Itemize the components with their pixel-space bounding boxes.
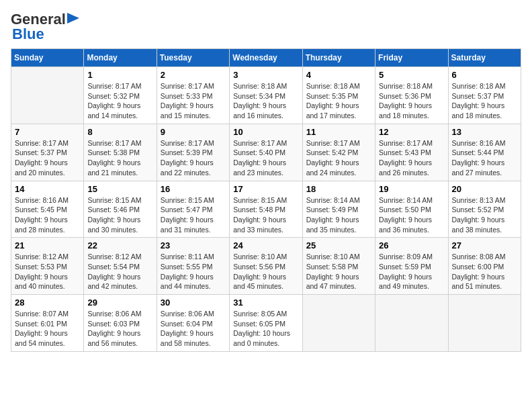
- calendar-cell: [302, 295, 375, 352]
- calendar-cell: 30Sunrise: 8:06 AM Sunset: 6:04 PM Dayli…: [157, 295, 229, 352]
- day-info: Sunrise: 8:14 AM Sunset: 5:49 PM Dayligh…: [306, 195, 371, 235]
- weekday-header-thursday: Thursday: [302, 49, 375, 67]
- day-number: 7: [15, 127, 80, 137]
- day-info: Sunrise: 8:17 AM Sunset: 5:39 PM Dayligh…: [161, 138, 226, 178]
- day-number: 26: [379, 240, 444, 250]
- day-info: Sunrise: 8:14 AM Sunset: 5:50 PM Dayligh…: [379, 195, 444, 235]
- calendar-cell: 12Sunrise: 8:17 AM Sunset: 5:43 PM Dayli…: [375, 124, 448, 181]
- calendar-cell: 5Sunrise: 8:18 AM Sunset: 5:36 PM Daylig…: [375, 67, 448, 124]
- day-info: Sunrise: 8:10 AM Sunset: 5:58 PM Dayligh…: [306, 252, 371, 291]
- day-number: 2: [161, 70, 226, 80]
- header: General Blue: [11, 11, 521, 43]
- calendar-cell: 21Sunrise: 8:12 AM Sunset: 5:53 PM Dayli…: [11, 238, 84, 295]
- day-info: Sunrise: 8:15 AM Sunset: 5:46 PM Dayligh…: [87, 195, 152, 235]
- calendar-cell: 6Sunrise: 8:18 AM Sunset: 5:37 PM Daylig…: [448, 67, 521, 124]
- weekday-header-saturday: Saturday: [448, 49, 521, 67]
- calendar-week-row: 28Sunrise: 8:07 AM Sunset: 6:01 PM Dayli…: [11, 295, 521, 352]
- day-info: Sunrise: 8:15 AM Sunset: 5:47 PM Dayligh…: [161, 195, 226, 235]
- calendar-cell: 28Sunrise: 8:07 AM Sunset: 6:01 PM Dayli…: [11, 295, 84, 352]
- weekday-header-row: SundayMondayTuesdayWednesdayThursdayFrid…: [11, 49, 521, 67]
- calendar-cell: 17Sunrise: 8:15 AM Sunset: 5:48 PM Dayli…: [230, 181, 302, 238]
- calendar-cell: 2Sunrise: 8:17 AM Sunset: 5:33 PM Daylig…: [157, 67, 229, 124]
- calendar-cell: 10Sunrise: 8:17 AM Sunset: 5:40 PM Dayli…: [230, 124, 302, 181]
- weekday-header-wednesday: Wednesday: [230, 49, 302, 67]
- calendar-cell: 20Sunrise: 8:13 AM Sunset: 5:52 PM Dayli…: [448, 181, 521, 238]
- day-info: Sunrise: 8:16 AM Sunset: 5:44 PM Dayligh…: [452, 138, 517, 178]
- logo-blue-text: Blue: [11, 26, 44, 43]
- calendar-cell: [11, 67, 84, 124]
- calendar-cell: [448, 295, 521, 352]
- day-number: 9: [161, 127, 226, 137]
- day-number: 21: [15, 240, 80, 250]
- calendar-cell: 15Sunrise: 8:15 AM Sunset: 5:46 PM Dayli…: [84, 181, 157, 238]
- day-number: 15: [87, 184, 152, 194]
- calendar-cell: 24Sunrise: 8:10 AM Sunset: 5:56 PM Dayli…: [230, 238, 302, 295]
- weekday-header-friday: Friday: [375, 49, 448, 67]
- day-number: 27: [452, 240, 517, 250]
- logo-flag-icon: [67, 13, 81, 26]
- day-info: Sunrise: 8:10 AM Sunset: 5:56 PM Dayligh…: [233, 252, 298, 291]
- calendar-cell: 3Sunrise: 8:18 AM Sunset: 5:34 PM Daylig…: [230, 67, 302, 124]
- day-info: Sunrise: 8:18 AM Sunset: 5:37 PM Dayligh…: [452, 81, 517, 121]
- day-info: Sunrise: 8:17 AM Sunset: 5:32 PM Dayligh…: [87, 81, 152, 121]
- calendar-cell: 18Sunrise: 8:14 AM Sunset: 5:49 PM Dayli…: [302, 181, 375, 238]
- day-info: Sunrise: 8:17 AM Sunset: 5:40 PM Dayligh…: [233, 138, 298, 178]
- day-number: 28: [15, 298, 80, 308]
- calendar-week-row: 7Sunrise: 8:17 AM Sunset: 5:37 PM Daylig…: [11, 124, 521, 181]
- day-number: 20: [452, 184, 517, 194]
- day-number: 13: [452, 127, 517, 137]
- day-number: 12: [379, 127, 444, 137]
- day-number: 6: [452, 70, 517, 80]
- day-number: 30: [161, 298, 226, 308]
- day-number: 1: [87, 70, 152, 80]
- weekday-header-tuesday: Tuesday: [157, 49, 229, 67]
- calendar-cell: 1Sunrise: 8:17 AM Sunset: 5:32 PM Daylig…: [84, 67, 157, 124]
- day-number: 29: [87, 298, 152, 308]
- day-info: Sunrise: 8:16 AM Sunset: 5:45 PM Dayligh…: [15, 195, 80, 235]
- day-info: Sunrise: 8:11 AM Sunset: 5:55 PM Dayligh…: [161, 252, 226, 291]
- calendar-cell: 29Sunrise: 8:06 AM Sunset: 6:03 PM Dayli…: [84, 295, 157, 352]
- calendar-cell: 8Sunrise: 8:17 AM Sunset: 5:38 PM Daylig…: [84, 124, 157, 181]
- calendar-cell: 9Sunrise: 8:17 AM Sunset: 5:39 PM Daylig…: [157, 124, 229, 181]
- calendar-cell: 19Sunrise: 8:14 AM Sunset: 5:50 PM Dayli…: [375, 181, 448, 238]
- day-info: Sunrise: 8:12 AM Sunset: 5:54 PM Dayligh…: [87, 252, 152, 291]
- day-info: Sunrise: 8:17 AM Sunset: 5:38 PM Dayligh…: [87, 138, 152, 178]
- day-info: Sunrise: 8:13 AM Sunset: 5:52 PM Dayligh…: [452, 195, 517, 235]
- svg-marker-0: [67, 13, 79, 24]
- calendar-cell: 11Sunrise: 8:17 AM Sunset: 5:42 PM Dayli…: [302, 124, 375, 181]
- calendar-cell: 7Sunrise: 8:17 AM Sunset: 5:37 PM Daylig…: [11, 124, 84, 181]
- day-number: 18: [306, 184, 371, 194]
- day-number: 10: [233, 127, 298, 137]
- day-number: 8: [87, 127, 152, 137]
- calendar-cell: 13Sunrise: 8:16 AM Sunset: 5:44 PM Dayli…: [448, 124, 521, 181]
- day-info: Sunrise: 8:07 AM Sunset: 6:01 PM Dayligh…: [15, 309, 80, 349]
- day-number: 4: [306, 70, 371, 80]
- day-number: 3: [233, 70, 298, 80]
- calendar-table: SundayMondayTuesdayWednesdayThursdayFrid…: [11, 48, 521, 352]
- calendar-cell: 23Sunrise: 8:11 AM Sunset: 5:55 PM Dayli…: [157, 238, 229, 295]
- day-info: Sunrise: 8:17 AM Sunset: 5:43 PM Dayligh…: [379, 138, 444, 178]
- day-info: Sunrise: 8:17 AM Sunset: 5:37 PM Dayligh…: [15, 138, 80, 178]
- day-number: 25: [306, 240, 371, 250]
- calendar-cell: 22Sunrise: 8:12 AM Sunset: 5:54 PM Dayli…: [84, 238, 157, 295]
- day-number: 14: [15, 184, 80, 194]
- calendar-week-row: 14Sunrise: 8:16 AM Sunset: 5:45 PM Dayli…: [11, 181, 521, 238]
- day-info: Sunrise: 8:17 AM Sunset: 5:33 PM Dayligh…: [161, 81, 226, 121]
- day-info: Sunrise: 8:12 AM Sunset: 5:53 PM Dayligh…: [15, 252, 80, 291]
- day-number: 31: [233, 298, 298, 308]
- day-info: Sunrise: 8:18 AM Sunset: 5:34 PM Dayligh…: [233, 81, 298, 121]
- calendar-cell: 14Sunrise: 8:16 AM Sunset: 5:45 PM Dayli…: [11, 181, 84, 238]
- day-number: 17: [233, 184, 298, 194]
- day-info: Sunrise: 8:09 AM Sunset: 5:59 PM Dayligh…: [379, 252, 444, 291]
- day-info: Sunrise: 8:05 AM Sunset: 6:05 PM Dayligh…: [233, 309, 298, 349]
- day-info: Sunrise: 8:15 AM Sunset: 5:48 PM Dayligh…: [233, 195, 298, 235]
- day-number: 22: [87, 240, 152, 250]
- day-info: Sunrise: 8:18 AM Sunset: 5:36 PM Dayligh…: [379, 81, 444, 121]
- day-info: Sunrise: 8:06 AM Sunset: 6:04 PM Dayligh…: [161, 309, 226, 349]
- calendar-cell: 4Sunrise: 8:18 AM Sunset: 5:35 PM Daylig…: [302, 67, 375, 124]
- day-number: 19: [379, 184, 444, 194]
- day-number: 24: [233, 240, 298, 250]
- calendar-cell: 27Sunrise: 8:08 AM Sunset: 6:00 PM Dayli…: [448, 238, 521, 295]
- calendar-cell: 26Sunrise: 8:09 AM Sunset: 5:59 PM Dayli…: [375, 238, 448, 295]
- weekday-header-sunday: Sunday: [11, 49, 84, 67]
